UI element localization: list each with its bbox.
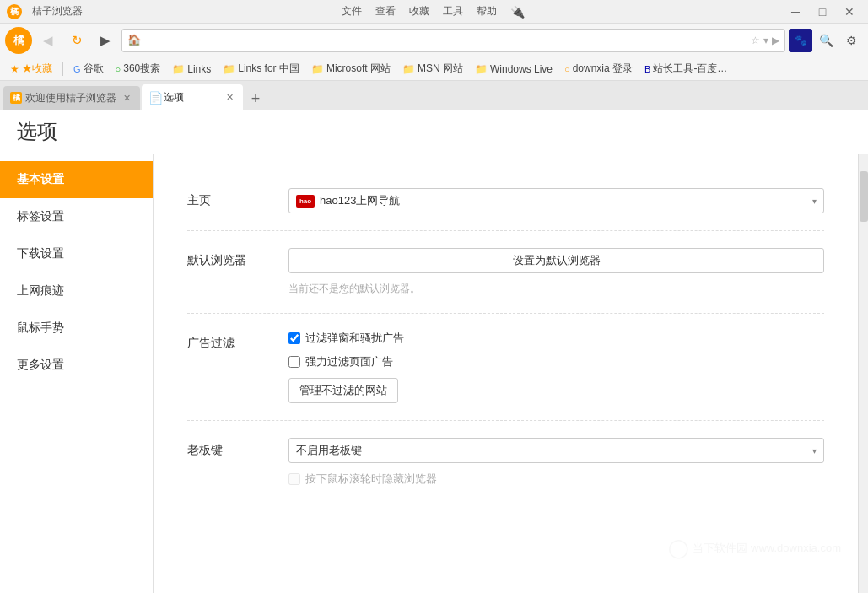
boss-key-label: 老板键 [187,438,272,458]
refresh-button[interactable]: ↻ [64,29,89,52]
browser-logo-btn[interactable]: 橘 [5,27,32,54]
folder-icon-links: 📁 [172,63,185,75]
ad-filter-checkbox2[interactable] [288,356,300,368]
tab-welcome-label: 欢迎使用桔子浏览器 [25,91,116,105]
boss-key-sub-checkbox[interactable] [288,473,300,485]
tab-add-button[interactable]: + [245,88,267,110]
window-controls: ─ □ ✕ [784,3,861,21]
tabs-bar: 橘 欢迎使用桔子浏览器 ✕ 📄 选项 ✕ + [0,81,868,110]
nav-bar: 橘 ◀ ↻ ▶ 🏠 juzi:moresettings ☆ ▾ ▶ 🐾 🔍 ⚙ [0,24,868,57]
sidebar-item-tabs[interactable]: 标签设置 [0,198,153,235]
downxia-icon: ○ [564,64,570,74]
bookmark-360[interactable]: ○ 360搜索 [112,60,164,78]
ad-filter-option1-row[interactable]: 过滤弹窗和骚扰广告 [288,331,824,346]
close-button[interactable]: ✕ [838,3,861,21]
boss-key-dropdown-label: 不启用老板键 [296,443,362,458]
default-browser-label: 默认浏览器 [187,248,272,268]
plugin-icon: 🔌 [510,5,525,19]
dropdown-icon[interactable]: ▾ [763,35,768,46]
homepage-section: 主页 hao hao123上网导航 ▾ [187,171,824,231]
bookmark-gugle[interactable]: G 谷歌 [70,60,107,78]
homepage-controls: hao hao123上网导航 ▾ [288,188,824,213]
nav-right-buttons: 🐾 🔍 ⚙ [789,29,863,52]
scrollbar[interactable] [858,154,868,593]
sidebar: 基本设置 标签设置 下载设置 上网痕迹 鼠标手势 更多设置 [0,154,154,593]
bookmark-windows-live[interactable]: 📁 Windows Live [472,62,556,77]
homepage-dropdown-label: hao123上网导航 [320,193,400,208]
search-button[interactable]: 🔍 [814,29,838,52]
tab-options[interactable]: 📄 选项 ✕ [142,84,243,110]
tab-welcome[interactable]: 橘 欢迎使用桔子浏览器 ✕ [3,86,140,110]
back-button[interactable]: ◀ [35,29,61,52]
page-title-area: 选项 [0,110,868,154]
menu-bookmarks[interactable]: 收藏 [409,4,429,19]
homepage-dropdown-arrow: ▾ [812,197,817,206]
ad-filter-option1-label: 过滤弹窗和骚扰广告 [305,331,404,346]
sidebar-label-basic: 基本设置 [17,172,64,187]
boss-key-dropdown[interactable]: 不启用老板键 ▾ [288,438,824,463]
maximize-button[interactable]: □ [811,3,834,21]
tab-welcome-icon: 橘 [10,92,22,104]
forward-page-icon[interactable]: ▶ [772,35,779,46]
folder-icon-links-cn: 📁 [223,63,235,75]
set-default-button[interactable]: 设置为默认浏览器 [288,248,824,273]
address-bar-wrap: 🏠 juzi:moresettings ☆ ▾ ▶ [121,29,785,52]
lock-icon: 🏠 [127,34,141,46]
bookmark-star[interactable]: ★ ★收藏 [7,60,56,78]
bookmark-links-cn[interactable]: 📁 Links for 中国 [219,60,303,78]
tab-options-close[interactable]: ✕ [223,90,236,104]
paw-search-btn[interactable]: 🐾 [789,29,812,52]
manage-filter-button[interactable]: 管理不过滤的网站 [288,378,398,403]
boss-key-dropdown-arrow: ▾ [812,446,817,456]
homepage-dropdown[interactable]: hao hao123上网导航 ▾ [288,188,824,213]
folder-icon-ms: 📁 [311,63,324,75]
outer-content: 选项 基本设置 标签设置 下载设置 上网痕迹 鼠标手势 更多设置 [0,110,868,593]
bookmark-msn[interactable]: 📁 MSN 网站 [399,60,466,78]
menu-tools[interactable]: 工具 [443,4,463,19]
boss-key-controls: 不启用老板键 ▾ 按下鼠标滚轮时隐藏浏览器 [288,438,824,487]
sidebar-label-history: 上网痕迹 [17,283,64,299]
address-input[interactable]: juzi:moresettings [144,34,747,46]
ad-filter-option2-row[interactable]: 强力过滤页面广告 [288,354,824,369]
ad-filter-controls: 过滤弹窗和骚扰广告 强力过滤页面广告 管理不过滤的网站 [288,331,824,403]
forward-button[interactable]: ▶ [93,29,118,52]
bookmark-downxia[interactable]: ○ downxia 登录 [561,60,636,78]
scrollbar-thumb[interactable] [860,171,868,222]
sidebar-item-more[interactable]: 更多设置 [0,347,153,384]
bookmark-links[interactable]: 📁 Links [169,62,214,77]
bookmark-microsoft[interactable]: 📁 Microsoft 网站 [308,60,394,78]
sidebar-label-more: 更多设置 [17,358,64,373]
bm-separator-1 [62,62,63,76]
main-area: 基本设置 标签设置 下载设置 上网痕迹 鼠标手势 更多设置 主页 [0,154,868,593]
menu-view[interactable]: 查看 [375,4,396,19]
title-menu: 文件 查看 收藏 工具 帮助 🔌 [342,4,525,19]
title-bar-left: 橘 桔子浏览器 [7,4,83,19]
sidebar-item-mouse[interactable]: 鼠标手势 [0,310,153,347]
sidebar-item-basic[interactable]: 基本设置 [0,161,153,198]
sidebar-item-history[interactable]: 上网痕迹 [0,272,153,310]
webmaster-icon: B [644,64,650,74]
menu-file[interactable]: 文件 [342,4,362,19]
star-icon[interactable]: ☆ [751,35,760,46]
tools-button[interactable]: ⚙ [839,29,863,52]
sidebar-item-download[interactable]: 下载设置 [0,235,153,272]
star-bookmark-icon: ★ [10,63,19,75]
bookmark-webmaster[interactable]: B 站长工具-百度… [641,60,731,78]
tab-welcome-close[interactable]: ✕ [120,91,133,105]
minimize-button[interactable]: ─ [784,3,807,21]
boss-key-sub-row[interactable]: 按下鼠标滚轮时隐藏浏览器 [288,472,824,487]
sidebar-label-mouse: 鼠标手势 [17,321,64,336]
default-browser-section: 默认浏览器 设置为默认浏览器 当前还不是您的默认浏览器。 [187,231,824,314]
boss-key-section: 老板键 不启用老板键 ▾ 按下鼠标滚轮时隐藏浏览器 [187,421,824,504]
menu-help[interactable]: 帮助 [477,4,497,19]
ad-filter-label: 广告过滤 [187,331,272,351]
page-title: 选项 [17,118,57,145]
360-icon: ○ [116,64,121,74]
folder-icon-msn: 📁 [402,63,415,75]
ad-filter-checkbox1[interactable] [288,332,300,344]
browser-title: 桔子浏览器 [32,4,83,19]
bookmarks-bar: ★ ★收藏 G 谷歌 ○ 360搜索 📁 Links 📁 Links for 中… [0,57,868,81]
default-browser-hint: 当前还不是您的默认浏览器。 [288,282,824,296]
tab-options-icon: 📄 [148,91,160,103]
title-bar: 橘 桔子浏览器 文件 查看 收藏 工具 帮助 🔌 ─ □ ✕ [0,0,868,24]
